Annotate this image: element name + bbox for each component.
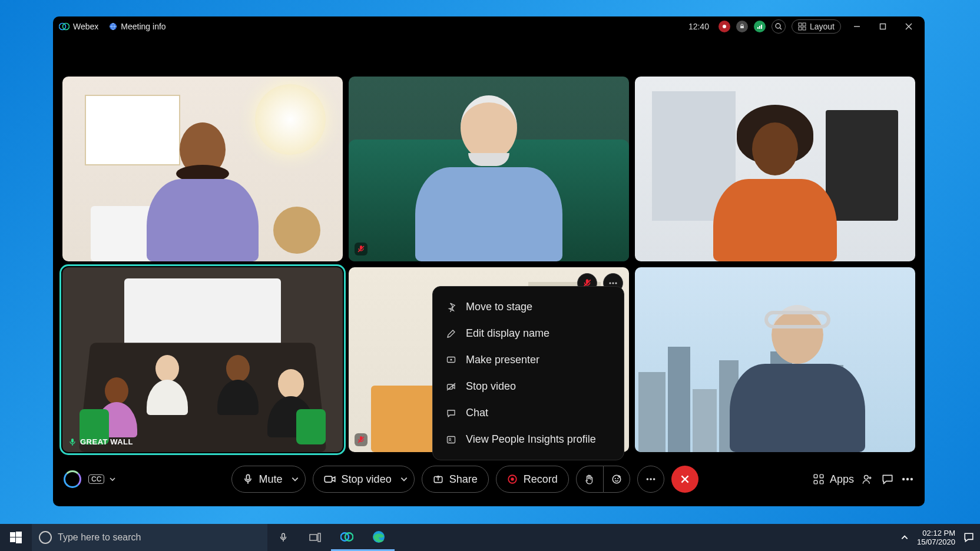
svg-rect-7 bbox=[761, 25, 762, 29]
raise-hand-button[interactable] bbox=[576, 466, 603, 493]
zoom-button[interactable] bbox=[772, 19, 786, 34]
encryption-icon[interactable] bbox=[736, 21, 748, 32]
assistant-indicator-icon[interactable] bbox=[64, 470, 81, 488]
svg-point-54 bbox=[902, 478, 905, 480]
svg-point-34 bbox=[449, 438, 451, 440]
meeting-info-label: Meeting info bbox=[121, 22, 165, 31]
cc-icon: CC bbox=[88, 474, 104, 484]
svg-rect-59 bbox=[10, 537, 15, 542]
participant-tile[interactable] bbox=[349, 77, 629, 261]
hand-icon bbox=[584, 474, 595, 484]
task-view-button[interactable] bbox=[299, 524, 331, 551]
panels-more-button[interactable] bbox=[901, 473, 914, 486]
more-options-button[interactable] bbox=[637, 466, 664, 493]
svg-point-56 bbox=[911, 478, 913, 480]
maximize-button[interactable] bbox=[873, 20, 893, 33]
svg-rect-31 bbox=[448, 384, 453, 389]
svg-rect-37 bbox=[325, 476, 332, 482]
chat-panel-button[interactable] bbox=[881, 473, 894, 486]
ctx-edit-display-name[interactable]: Edit display name bbox=[433, 320, 624, 347]
svg-rect-58 bbox=[16, 532, 22, 537]
svg-point-26 bbox=[615, 282, 617, 284]
layout-button[interactable]: Layout bbox=[792, 19, 841, 34]
svg-rect-20 bbox=[71, 439, 74, 443]
taskbar-mic-button[interactable] bbox=[267, 524, 299, 551]
svg-rect-51 bbox=[814, 480, 817, 484]
svg-rect-49 bbox=[814, 474, 817, 478]
svg-rect-13 bbox=[803, 27, 806, 30]
chevron-down-icon[interactable] bbox=[400, 475, 408, 483]
svg-rect-11 bbox=[803, 23, 806, 26]
participant-tile[interactable] bbox=[62, 77, 343, 261]
participants-panel-button[interactable] bbox=[861, 473, 874, 486]
emoji-icon bbox=[611, 474, 622, 484]
camera-icon bbox=[324, 474, 336, 484]
svg-rect-5 bbox=[757, 27, 759, 29]
share-button[interactable]: Share bbox=[422, 466, 489, 493]
apps-icon bbox=[813, 474, 824, 484]
minimize-button[interactable] bbox=[847, 20, 867, 33]
stop-video-button[interactable]: Stop video bbox=[313, 466, 415, 493]
task-view-icon bbox=[309, 533, 321, 542]
meeting-info-button[interactable]: Meeting info bbox=[109, 22, 165, 31]
ctx-view-people-insights[interactable]: View People Insights profile bbox=[433, 426, 624, 453]
ctx-stop-video[interactable]: Stop video bbox=[433, 373, 624, 400]
layout-label: Layout bbox=[810, 22, 835, 31]
svg-point-25 bbox=[612, 282, 614, 284]
close-button[interactable] bbox=[899, 20, 919, 33]
share-icon bbox=[433, 474, 443, 484]
reactions-button[interactable] bbox=[603, 466, 630, 493]
participant-tile[interactable] bbox=[635, 267, 915, 452]
webex-logo-icon bbox=[59, 21, 69, 32]
record-button[interactable]: Record bbox=[496, 466, 569, 493]
ctx-chat[interactable]: Chat bbox=[433, 400, 624, 426]
svg-point-42 bbox=[614, 478, 615, 479]
mute-button[interactable]: Mute bbox=[231, 466, 306, 493]
svg-rect-60 bbox=[16, 537, 22, 543]
svg-rect-6 bbox=[759, 26, 760, 29]
windows-taskbar: Type here to search 02:12 PM 15/07/2020 bbox=[0, 524, 980, 551]
captions-button[interactable]: CC bbox=[88, 474, 116, 484]
ellipsis-icon bbox=[645, 474, 656, 484]
participant-tile[interactable]: GREAT WALL bbox=[62, 267, 343, 452]
chat-icon bbox=[446, 408, 456, 419]
start-button[interactable] bbox=[0, 524, 32, 551]
chevron-down-icon[interactable] bbox=[291, 475, 299, 483]
svg-point-53 bbox=[865, 475, 869, 479]
tray-chevron-up-icon[interactable] bbox=[900, 533, 909, 542]
ctx-make-presenter[interactable]: Make presenter bbox=[433, 347, 624, 373]
network-quality-icon[interactable] bbox=[754, 21, 766, 32]
svg-rect-15 bbox=[880, 24, 886, 29]
svg-rect-61 bbox=[282, 533, 285, 538]
svg-point-30 bbox=[450, 359, 452, 360]
globe-icon bbox=[109, 22, 117, 31]
svg-rect-33 bbox=[448, 436, 455, 443]
app-name-label: Webex bbox=[73, 22, 98, 31]
svg-point-55 bbox=[906, 478, 909, 480]
taskbar-webex-button[interactable] bbox=[331, 524, 363, 551]
pencil-icon bbox=[446, 328, 456, 339]
action-center-icon[interactable] bbox=[964, 532, 974, 543]
ellipsis-icon bbox=[901, 473, 914, 486]
recording-indicator-icon[interactable] bbox=[719, 21, 730, 32]
ctx-move-to-stage[interactable]: Move to stage bbox=[433, 294, 624, 320]
webex-logo-icon bbox=[340, 530, 353, 543]
mic-on-icon bbox=[68, 438, 77, 446]
grid-icon bbox=[798, 22, 806, 31]
taskbar-clock[interactable]: 02:12 PM 15/07/2020 bbox=[917, 529, 955, 546]
participants-icon bbox=[861, 473, 874, 486]
windows-logo-icon bbox=[10, 532, 22, 543]
svg-point-46 bbox=[653, 478, 655, 480]
apps-button[interactable]: Apps bbox=[813, 473, 854, 486]
svg-rect-63 bbox=[310, 535, 317, 540]
end-call-button[interactable] bbox=[671, 466, 698, 493]
cortana-icon bbox=[39, 531, 52, 544]
pin-icon bbox=[446, 302, 456, 313]
taskbar-search[interactable]: Type here to search bbox=[32, 524, 267, 551]
taskbar-edge-button[interactable] bbox=[363, 524, 395, 551]
participant-tile[interactable] bbox=[635, 77, 915, 261]
webex-window: Webex Meeting info 12:40 bbox=[53, 16, 925, 506]
svg-point-8 bbox=[776, 24, 780, 28]
presenter-icon bbox=[446, 355, 456, 366]
mic-icon bbox=[279, 533, 288, 542]
